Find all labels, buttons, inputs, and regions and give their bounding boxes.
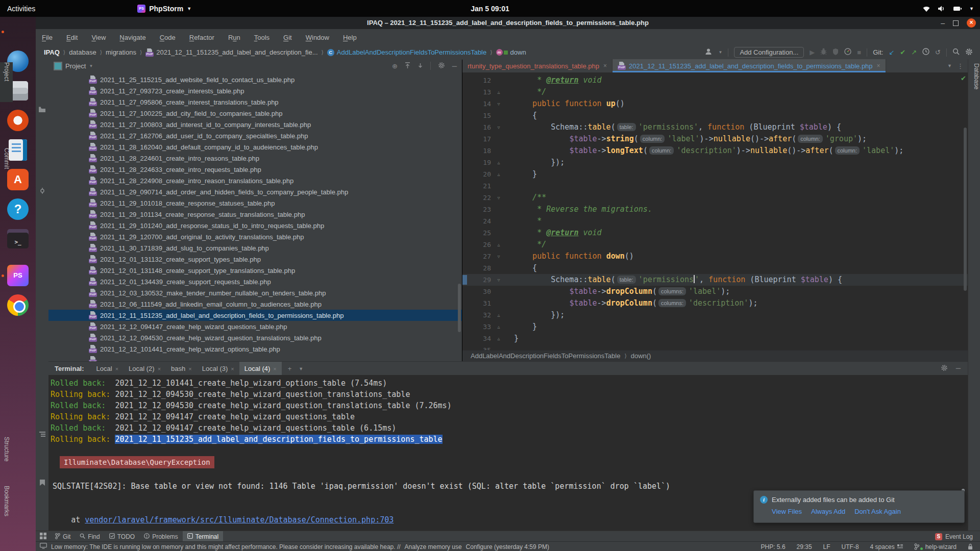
settings-gear-icon[interactable]: [941, 364, 948, 373]
close-tab-icon[interactable]: ×: [188, 366, 191, 372]
minimize-button[interactable]: –: [941, 20, 945, 26]
tree-file-row[interactable]: PHP2021_11_27_095806_create_interest_tra…: [48, 96, 462, 108]
expand-all-icon[interactable]: [405, 62, 410, 70]
menu-item-file[interactable]: File: [42, 34, 53, 41]
tool-window-todo[interactable]: TODO: [105, 531, 139, 542]
history-icon[interactable]: [922, 48, 929, 57]
tree-file-row[interactable]: PHP2021_11_29_101018_create_response_sta…: [48, 197, 462, 209]
menu-item-git[interactable]: Git: [283, 34, 292, 41]
inspections-ok-icon[interactable]: ✔: [961, 74, 966, 82]
terminal-tab[interactable]: Local (2)×: [124, 362, 166, 375]
tool-tab-database[interactable]: Database: [969, 63, 980, 89]
editor-scrollbar[interactable]: [964, 128, 967, 291]
dock-item-phpstorm[interactable]: PS: [0, 261, 36, 290]
tree-file-row[interactable]: PHP2021_12_11_151235_add_label_and_descr…: [48, 310, 462, 321]
tool-windows-widget-icon[interactable]: [40, 533, 46, 541]
tree-file-row[interactable]: PHP2021_11_28_224633_create_intro_reques…: [48, 164, 462, 175]
rollback-icon[interactable]: ↺: [935, 48, 941, 56]
indent-setting[interactable]: 4 spaces: [870, 543, 903, 550]
line-ending[interactable]: LF: [823, 543, 830, 550]
code-line[interactable]: 20▵ }: [462, 168, 968, 180]
dont-ask-again-link[interactable]: Don't Ask Again: [854, 508, 901, 515]
tool-tab-structure[interactable]: Structure: [0, 437, 13, 475]
code-line[interactable]: 13▵ */: [462, 86, 968, 98]
view-files-link[interactable]: View Files: [772, 508, 802, 515]
git-branch-widget[interactable]: help-wizard: [914, 543, 957, 550]
tree-file-row[interactable]: PHP2021_11_27_093723_create_interests_ta…: [48, 85, 462, 96]
tree-file-row[interactable]: PHP2021_11_27_100225_add_city_field_to_c…: [48, 108, 462, 119]
tool-window-git[interactable]: Git: [51, 531, 75, 542]
tree-file-row[interactable]: PHP2021_11_29_120700_add_original_to_act…: [48, 231, 462, 242]
code-line[interactable]: 35: [462, 344, 968, 350]
fold-marker-icon[interactable]: ▵: [494, 333, 503, 344]
menu-item-run[interactable]: Run: [228, 34, 240, 41]
window-title-bar[interactable]: IPAQ – 2021_12_11_151235_add_label_and_d…: [36, 17, 980, 29]
git-commit-check-icon[interactable]: ✔: [900, 48, 905, 56]
editor-tab[interactable]: rtunity_type_question_translations_table…: [462, 59, 612, 72]
menu-item-code[interactable]: Code: [160, 34, 176, 41]
fold-marker-icon[interactable]: ▿: [494, 121, 503, 133]
code-line[interactable]: 17 $table->string(column:'label')->nulla…: [462, 133, 968, 145]
write-access-lock-icon[interactable]: [968, 543, 973, 550]
caret-position[interactable]: 29:35: [797, 543, 812, 550]
terminal-tab[interactable]: Local×: [91, 362, 124, 375]
add-configuration-button[interactable]: Add Configuration...: [734, 47, 804, 58]
file-encoding[interactable]: UTF-8: [842, 543, 859, 550]
code-line[interactable]: 21: [462, 180, 968, 192]
run-icon[interactable]: ▶: [810, 48, 815, 56]
close-tab-icon[interactable]: ×: [115, 366, 118, 372]
hide-panel-icon[interactable]: ─: [452, 62, 457, 70]
focused-app-menu[interactable]: PS PhpStorm ▼: [137, 5, 191, 13]
tree-file-row[interactable]: PHP2021_11_25_115215_add_website_field_t…: [48, 74, 462, 85]
tree-file-row[interactable]: PHP2021_12_01_131132_create_support_type…: [48, 254, 462, 265]
close-tab-icon[interactable]: ×: [273, 366, 276, 372]
debug-icon[interactable]: [820, 48, 827, 57]
menu-item-edit[interactable]: Edit: [66, 34, 78, 41]
profiler-icon[interactable]: [844, 48, 851, 57]
code-line[interactable]: 14▿ public function up(): [462, 98, 968, 110]
new-terminal-tab-button[interactable]: +: [288, 365, 292, 372]
tool-window-terminal[interactable]: Terminal: [183, 531, 223, 542]
collapse-all-icon[interactable]: [418, 62, 423, 70]
code-line[interactable]: 31 $table->dropColumn(columns:'descripti…: [462, 297, 968, 309]
breadcrumb-item[interactable]: migrations: [106, 48, 136, 56]
code-line[interactable]: 23 * Reverse the migrations.: [462, 204, 968, 215]
close-tab-icon[interactable]: ×: [158, 366, 161, 372]
tree-file-row[interactable]: PHP2021_11_28_224908_create_intro_reason…: [48, 175, 462, 186]
code-line[interactable]: 22▿ /**: [462, 192, 968, 204]
code-line[interactable]: 18 $table->longText(column:'description'…: [462, 145, 968, 157]
breadcrumb-method[interactable]: down(): [631, 352, 651, 360]
tree-file-row[interactable]: PHP2021_12_06_111549_add_linkedin_email_…: [48, 298, 462, 310]
tree-file-row[interactable]: PHP2021_11_29_101240_add_response_status…: [48, 220, 462, 231]
dock-item-terminal[interactable]: >_: [0, 224, 36, 254]
fold-marker-icon[interactable]: ▵: [494, 321, 503, 333]
search-icon[interactable]: [952, 48, 960, 57]
breadcrumb-item[interactable]: PHP2021_12_11_151235_add_label_and_descr…: [145, 48, 317, 57]
configure-link[interactable]: Configure (yesterday 4:59 PM): [466, 543, 549, 550]
editor-tab[interactable]: PHP2021_12_11_151235_add_label_and_descr…: [612, 59, 886, 72]
project-panel-title[interactable]: Project: [65, 62, 86, 70]
code-line[interactable]: 24 *: [462, 215, 968, 227]
close-tab-icon[interactable]: ×: [877, 62, 880, 69]
always-add-link[interactable]: Always Add: [811, 508, 845, 515]
tool-window-problems[interactable]: Problems: [139, 531, 183, 542]
code-editor[interactable]: 12 * @return void13▵ */14▿ public functi…: [462, 72, 968, 350]
tree-file-row[interactable]: PHP2021_11_29_101134_create_response_sta…: [48, 209, 462, 220]
tree-file-row[interactable]: PHP2021_12_01_134439_create_support_requ…: [48, 276, 462, 287]
user-icon[interactable]: [705, 48, 713, 57]
tree-file-row[interactable]: PHP2021_11_27_162706_add_user_id_to_comp…: [48, 130, 462, 141]
settings-gear-icon[interactable]: [965, 48, 973, 57]
tool-tab-project[interactable]: Project: [0, 62, 13, 102]
fold-marker-icon[interactable]: ▵: [494, 157, 503, 168]
stack-frame-link[interactable]: vendor/laravel/framework/src/Illuminate/…: [85, 515, 394, 524]
code-line[interactable]: 34▵}: [462, 333, 968, 344]
menu-item-window[interactable]: Window: [306, 34, 329, 41]
terminal-tab[interactable]: bash×: [166, 362, 197, 375]
breadcrumb-item[interactable]: mdown: [496, 48, 526, 56]
dock-item-rhythmbox[interactable]: [0, 106, 36, 135]
tree-file-row[interactable]: PHP2021_11_29_090714_add_order_and_hidde…: [48, 186, 462, 197]
tree-file-row[interactable]: PHP2021_12_01_131148_create_support_type…: [48, 265, 462, 276]
fold-marker-icon[interactable]: ▿: [494, 251, 503, 262]
project-tree-scrollbar[interactable]: [458, 284, 461, 332]
breadcrumb-item[interactable]: database: [69, 48, 96, 56]
